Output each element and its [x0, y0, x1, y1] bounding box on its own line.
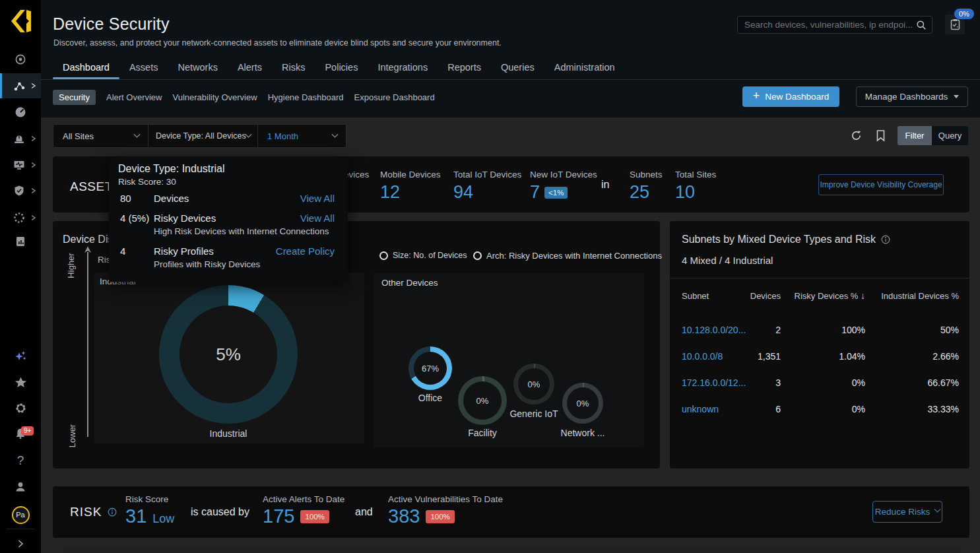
- tab-integrations[interactable]: Integrations: [368, 62, 438, 80]
- monitor-pulse-icon: [13, 159, 25, 171]
- sidebar-item-favorites[interactable]: [0, 370, 41, 394]
- popover-create-policy-link[interactable]: Create Policy: [276, 245, 335, 257]
- subnet-row: 10.0.0.0/8 1,351 1.04% 2.66%: [682, 343, 959, 370]
- subtab-alert-overview[interactable]: Alert Overview: [106, 92, 162, 102]
- popover-row-value: 80: [120, 193, 131, 204]
- active-vulns-value[interactable]: 383: [388, 505, 420, 527]
- generic-iot-donut[interactable]: 0%: [513, 364, 554, 405]
- sidebar-item-notifications[interactable]: 9+: [0, 422, 41, 445]
- popover-view-all-link[interactable]: View All: [300, 212, 335, 224]
- sidebar-item-dashboard[interactable]: [0, 100, 41, 124]
- office-donut[interactable]: 67%: [408, 346, 452, 390]
- popover-row-label: Devices: [154, 193, 189, 204]
- stat-value[interactable]: 10: [675, 182, 716, 203]
- stat-value[interactable]: 12: [380, 182, 441, 203]
- tab-policies[interactable]: Policies: [315, 62, 368, 80]
- risk-summary-panel: RISK Risk Score 31 Low is caused by Acti…: [53, 486, 969, 538]
- sidebar-item-reports[interactable]: [0, 230, 41, 253]
- alerts-pct-badge: 100%: [300, 510, 329, 523]
- sidebar-item-monitoring[interactable]: [0, 153, 41, 177]
- reset-filters-button[interactable]: [850, 129, 863, 142]
- tab-assets[interactable]: Assets: [119, 62, 168, 80]
- facility-donut[interactable]: 0%: [458, 376, 507, 425]
- industrial-donut[interactable]: 5%: [159, 285, 298, 424]
- tab-networks[interactable]: Networks: [168, 62, 227, 80]
- new-dashboard-button[interactable]: + New Dashboard: [742, 86, 839, 107]
- chevron-right-icon: [28, 213, 38, 222]
- other-devices-quadrant: Other Devices 67% Office 0% Facility 0% …: [374, 273, 644, 447]
- plus-icon: +: [753, 89, 760, 103]
- divider: [670, 278, 969, 278]
- stat-value[interactable]: 94: [453, 182, 521, 203]
- info-icon[interactable]: [881, 235, 890, 244]
- tab-administration[interactable]: Administration: [544, 62, 625, 80]
- facility-donut-caption: Facility: [458, 428, 507, 438]
- subnet-link[interactable]: 172.16.0.0/12...: [682, 377, 760, 388]
- subnet-link[interactable]: 10.0.0.0/8: [682, 351, 760, 362]
- sidebar-item-overview[interactable]: [0, 48, 41, 71]
- device-type-filter-dropdown[interactable]: Device Type: All Devices: [148, 125, 258, 147]
- page-subtitle: Discover, assess, and protect your netwo…: [53, 38, 502, 48]
- risk-bar-label: RISK: [70, 505, 102, 519]
- subnet-link[interactable]: 10.128.0.0/20...: [682, 325, 760, 335]
- subtab-exposure-dashboard[interactable]: Exposure Dashboard: [354, 92, 435, 102]
- office-donut-caption: Office: [408, 393, 452, 403]
- subnet-row: 10.128.0.0/20... 2 100% 50%: [682, 317, 959, 343]
- time-filter-dropdown[interactable]: 1 Month: [258, 125, 346, 147]
- col-subnet[interactable]: Subnet: [682, 291, 760, 301]
- site-filter-dropdown[interactable]: All Sites: [53, 125, 148, 147]
- tab-risks[interactable]: Risks: [272, 62, 315, 80]
- filter-bar: All Sites Device Type: All Devices 1 Mon…: [53, 124, 346, 148]
- sidebar-collapse-button[interactable]: [0, 532, 41, 553]
- chevron-down-icon: [934, 505, 941, 512]
- stat-value[interactable]: 25: [630, 182, 663, 203]
- sidebar-item-settings[interactable]: [0, 396, 41, 420]
- radio-arch[interactable]: Arch: Risky Devices with Internet Connec…: [473, 251, 662, 261]
- subnet-link[interactable]: unknown: [682, 404, 760, 414]
- tab-dashboard[interactable]: Dashboard: [53, 62, 119, 80]
- stat-value[interactable]: 7: [530, 182, 540, 203]
- query-mode-button[interactable]: Query: [932, 126, 968, 145]
- sort-desc-icon: ↓: [861, 290, 865, 301]
- risk-score-group: Risk Score 31 Low: [125, 494, 174, 527]
- sidebar-item-device-security[interactable]: [0, 73, 41, 98]
- app-logo[interactable]: [9, 8, 32, 34]
- sidebar-item-policies[interactable]: [0, 179, 41, 203]
- sidebar-item-help[interactable]: ?: [0, 449, 41, 472]
- search-input[interactable]: [744, 20, 916, 30]
- industrial-donut-caption: Industrial: [159, 428, 298, 439]
- page-header: Device Security Discover, assess, and pr…: [41, 0, 980, 117]
- tab-alerts[interactable]: Alerts: [228, 62, 272, 80]
- bookmark-icon: [875, 129, 886, 142]
- active-alerts-value[interactable]: 175: [263, 505, 294, 527]
- sidebar-item-alerts[interactable]: [0, 127, 41, 150]
- sidebar-item-user[interactable]: [0, 475, 41, 499]
- chevron-right-icon: [28, 160, 38, 170]
- subtab-hygiene-dashboard[interactable]: Hygiene Dashboard: [268, 92, 344, 102]
- tab-reports[interactable]: Reports: [438, 62, 491, 80]
- radio-size[interactable]: Size: No. of Devices: [379, 251, 467, 260]
- sidebar-item-ai[interactable]: [0, 344, 41, 368]
- info-icon[interactable]: [108, 507, 117, 517]
- active-alerts-group: Active Alerts To Date 175 100%: [263, 494, 344, 527]
- bookmark-button[interactable]: [875, 129, 886, 142]
- manage-dashboards-button[interactable]: Manage Dashboards: [856, 86, 968, 107]
- subnets-summary: 4 Mixed / 4 Industrial: [682, 255, 773, 266]
- col-devices[interactable]: Devices: [750, 291, 781, 301]
- network-donut-caption: Network ...: [554, 428, 611, 438]
- network-donut[interactable]: 0%: [562, 383, 603, 424]
- reduce-risks-button[interactable]: Reduce Risks: [872, 501, 942, 523]
- popover-view-all-link[interactable]: View All: [300, 193, 335, 204]
- improve-visibility-button[interactable]: Improve Device Visibility Coverage: [818, 174, 944, 195]
- subtab-vulnerability-overview[interactable]: Vulnerability Overview: [173, 92, 257, 102]
- global-search[interactable]: [737, 16, 932, 34]
- col-risky[interactable]: Risky Devices % ↓: [795, 290, 865, 301]
- col-industrial[interactable]: Industrial Devices %: [881, 291, 959, 301]
- sidebar-item-integrations[interactable]: [0, 206, 41, 230]
- tab-queries[interactable]: Queries: [491, 62, 544, 80]
- refresh-icon: [850, 129, 863, 142]
- help-icon: ?: [17, 453, 24, 468]
- subtab-security[interactable]: Security: [53, 90, 96, 105]
- sidebar-avatar[interactable]: Pa: [0, 503, 41, 527]
- filter-mode-button[interactable]: Filter: [898, 126, 932, 145]
